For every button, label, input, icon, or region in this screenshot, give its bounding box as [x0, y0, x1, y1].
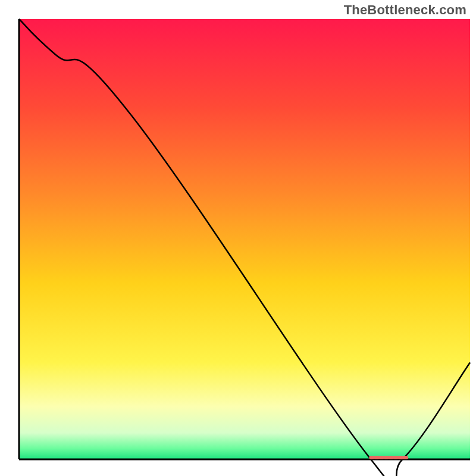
plot-area: [19, 19, 470, 476]
gradient-fill: [19, 19, 470, 459]
bottleneck-chart: [0, 0, 476, 476]
chart-wrapper: TheBottleneck.com: [0, 0, 476, 476]
